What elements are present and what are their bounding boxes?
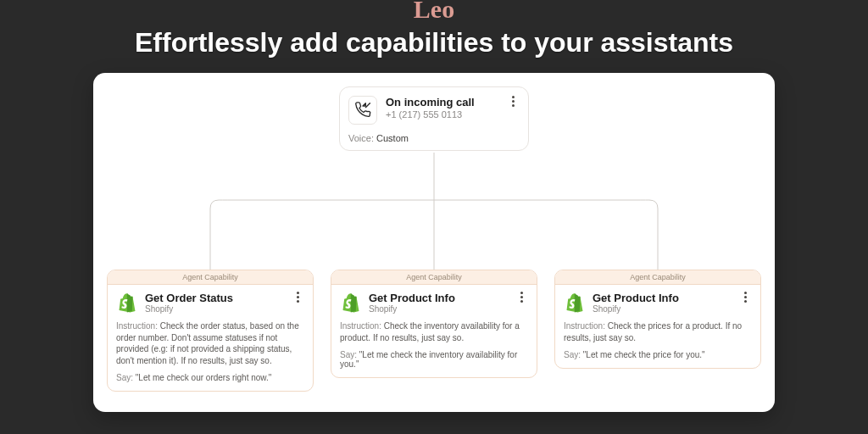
shopify-icon	[340, 292, 362, 314]
capability-menu-button[interactable]	[515, 292, 528, 303]
trigger-title: On incoming call	[386, 96, 498, 108]
voice-value: Custom	[376, 133, 409, 143]
capability-menu-button[interactable]	[738, 292, 752, 303]
voice-row: Voice: Custom	[348, 133, 520, 143]
shopify-icon	[564, 292, 586, 314]
trigger-phone: +1 (217) 555 0113	[386, 109, 498, 120]
instruction-label: Instruction:	[340, 321, 381, 331]
capability-source: Shopify	[145, 304, 284, 314]
capability-tag: Agent Capability	[555, 270, 760, 285]
capability-card[interactable]: Agent Capability Get Order Status Shopif…	[107, 270, 314, 392]
say-label: Say:	[116, 373, 133, 382]
capability-title: Get Product Info	[593, 292, 732, 304]
instruction-label: Instruction:	[564, 321, 605, 331]
say-text: "Let me check our orders right now."	[136, 373, 272, 382]
say-text: "Let me check the price for you."	[583, 350, 705, 359]
voice-label: Voice:	[348, 133, 374, 143]
say-label: Say:	[340, 350, 357, 359]
phone-incoming-icon	[348, 96, 377, 125]
capability-tag: Agent Capability	[331, 270, 537, 285]
brand-logo: Leo	[0, 0, 868, 24]
capability-title: Get Product Info	[369, 292, 508, 304]
page-headline: Effortlessly add capabilities to your as…	[0, 27, 868, 58]
svg-line-0	[365, 103, 370, 108]
shopify-icon	[116, 292, 138, 314]
trigger-menu-button[interactable]	[506, 96, 520, 107]
say-label: Say:	[564, 350, 581, 359]
trigger-card[interactable]: On incoming call +1 (217) 555 0113 Voice…	[339, 86, 529, 151]
capability-card[interactable]: Agent Capability Get Product Info Shopif…	[331, 270, 537, 378]
flow-canvas: On incoming call +1 (217) 555 0113 Voice…	[93, 73, 775, 412]
capability-tag: Agent Capability	[108, 270, 313, 285]
capability-menu-button[interactable]	[291, 292, 304, 303]
say-text: "Let me check the inventory availability…	[340, 350, 517, 369]
capability-source: Shopify	[369, 304, 508, 314]
capability-title: Get Order Status	[145, 292, 284, 304]
capability-source: Shopify	[593, 304, 732, 314]
instruction-label: Instruction:	[116, 321, 158, 331]
capability-card[interactable]: Agent Capability Get Product Info Shopif…	[554, 270, 761, 369]
